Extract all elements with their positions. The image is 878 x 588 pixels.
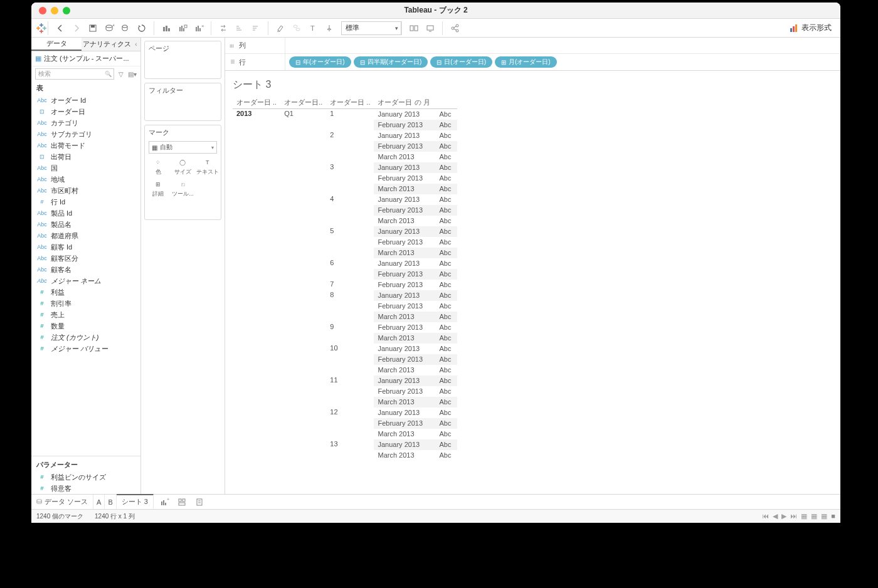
marks-color-button[interactable]: ⁘色 [146, 156, 170, 177]
field[interactable]: #利益 [31, 286, 140, 298]
new-worksheet-button[interactable] [119, 21, 132, 35]
marks-text-button[interactable]: Tテキスト [196, 156, 220, 177]
marks-tooltip-button[interactable]: ⏍ツール... [171, 178, 194, 199]
field[interactable]: ⊡出荷日 [31, 151, 140, 162]
share-button[interactable] [448, 21, 462, 35]
field[interactable]: Abcメジャー ネーム [31, 275, 140, 286]
cell [326, 141, 374, 152]
pill[interactable]: ⊟四半期(オーダー日) [354, 56, 428, 68]
field[interactable]: Abc国 [31, 162, 140, 174]
cell: January 2013 [374, 290, 435, 301]
field[interactable]: ⊡オーダー日 [31, 106, 140, 117]
collapse-pane-button[interactable]: ‹ [132, 38, 140, 51]
field-type-icon: Abc [36, 120, 48, 126]
highlight-button[interactable] [273, 21, 287, 35]
rows-shelf[interactable]: 行 ⊟年(オーダー日)⊟四半期(オーダー日)⊟日(オーダー日)⊞月(オーダー日) [225, 54, 840, 70]
show-me-button[interactable]: 表示形式 [789, 23, 832, 33]
new-dashboard-button[interactable] [175, 495, 189, 509]
maximize-icon[interactable] [63, 7, 70, 14]
field-label: 地域 [51, 175, 65, 184]
field[interactable]: #売上 [31, 309, 140, 320]
tab-datasource[interactable]: ⛁ データ ソース [31, 495, 93, 509]
field[interactable]: #注文 (カウント) [31, 332, 140, 343]
sheet-tab[interactable]: B [105, 495, 116, 509]
cell: Abc [435, 354, 457, 365]
fit-select[interactable]: 標準 [341, 21, 401, 35]
column-header[interactable]: オーダー日 .. [233, 97, 280, 109]
field[interactable]: Abc顧客 Id [31, 241, 140, 253]
datasource-row[interactable]: ▦ 注文 (サンプル - スーパー... [31, 51, 140, 66]
param-field[interactable]: #得意客 [31, 483, 140, 494]
group-button[interactable] [290, 21, 304, 35]
new-sheet-tab-button[interactable]: + [157, 495, 171, 509]
tab-analytics[interactable]: アナリティクス [82, 38, 132, 51]
search-input[interactable]: 検索 [35, 68, 114, 80]
tab-data[interactable]: データ [31, 38, 82, 51]
pin-button[interactable] [322, 21, 336, 35]
column-header[interactable]: オーダー日.. [280, 97, 326, 109]
svg-rect-44 [793, 26, 795, 32]
new-story-button[interactable] [193, 495, 206, 509]
table-row: March 2013Abc [233, 152, 457, 162]
cell: Abc [435, 312, 457, 322]
field[interactable]: Abc地域 [31, 174, 140, 185]
field[interactable]: Abc都道府県 [31, 230, 140, 241]
param-field[interactable]: #利益ビンのサイズ [31, 471, 140, 483]
field[interactable]: Abcオーダー Id [31, 95, 140, 106]
field[interactable]: Abc出荷モード [31, 140, 140, 151]
swap-button[interactable] [216, 21, 230, 35]
table-row: 4January 2013Abc [233, 194, 457, 205]
field[interactable]: #数量 [31, 320, 140, 332]
text-button[interactable]: T [306, 21, 320, 35]
cell [280, 301, 326, 312]
sort-desc-button[interactable] [249, 21, 263, 35]
presentation-button[interactable] [423, 21, 437, 35]
column-header[interactable]: オーダー日 の 月 [374, 97, 435, 109]
field[interactable]: Abc製品名 [31, 219, 140, 230]
svg-text:×: × [201, 23, 204, 29]
sheet-tab[interactable]: A [93, 495, 105, 509]
cards-button[interactable] [407, 21, 421, 35]
pill[interactable]: ⊞月(オーダー日) [495, 56, 557, 68]
duplicate-button[interactable] [176, 21, 189, 35]
view-options-icon[interactable]: ▤▾ [128, 70, 137, 78]
column-header[interactable] [435, 97, 457, 109]
tableau-logo-icon[interactable] [35, 22, 48, 34]
mark-type-select[interactable]: ▦ 自動 [149, 141, 217, 154]
field[interactable]: #行 Id [31, 196, 140, 207]
clear-button[interactable]: × [192, 21, 206, 35]
cell [233, 290, 280, 301]
svg-rect-45 [795, 24, 797, 32]
field[interactable]: Abcサブカテゴリ [31, 129, 140, 140]
field[interactable]: Abc製品 Id [31, 207, 140, 219]
close-icon[interactable] [39, 7, 46, 14]
new-sheet-button[interactable] [159, 21, 173, 35]
back-button[interactable] [53, 21, 67, 35]
pill[interactable]: ⊟年(オーダー日) [289, 56, 351, 68]
marks-detail-button[interactable]: ⊞詳細 [146, 178, 170, 199]
field-label: 注文 (カウント) [51, 333, 98, 342]
pill[interactable]: ⊟日(オーダー日) [430, 56, 492, 68]
status-nav-icons[interactable]: ⏮◀▶⏭ ▦▦▦■ [762, 512, 835, 520]
refresh-button[interactable] [135, 21, 149, 35]
field[interactable]: Abc市区町村 [31, 185, 140, 196]
cell [280, 120, 326, 130]
filter-icon[interactable]: ▽ [117, 70, 125, 78]
save-button[interactable] [86, 21, 100, 35]
sort-asc-button[interactable] [233, 21, 246, 35]
marks-size-button[interactable]: ◯サイズ [171, 156, 194, 177]
new-datasource-button[interactable]: + [102, 21, 116, 35]
field[interactable]: Abcカテゴリ [31, 117, 140, 129]
minimize-icon[interactable] [51, 7, 58, 14]
field[interactable]: Abc顧客区分 [31, 253, 140, 264]
field[interactable]: Abc顧客名 [31, 264, 140, 275]
field[interactable]: #メジャー バリュー [31, 343, 140, 354]
field[interactable]: #割引率 [31, 298, 140, 309]
forward-button[interactable] [70, 21, 83, 35]
cell: Abc [435, 237, 457, 248]
cell [326, 450, 374, 461]
columns-shelf[interactable]: 列 [225, 38, 840, 54]
sheet-tab[interactable]: シート 3 [117, 494, 154, 508]
column-header[interactable]: オーダー日 .. [326, 97, 374, 109]
cell [280, 216, 326, 226]
